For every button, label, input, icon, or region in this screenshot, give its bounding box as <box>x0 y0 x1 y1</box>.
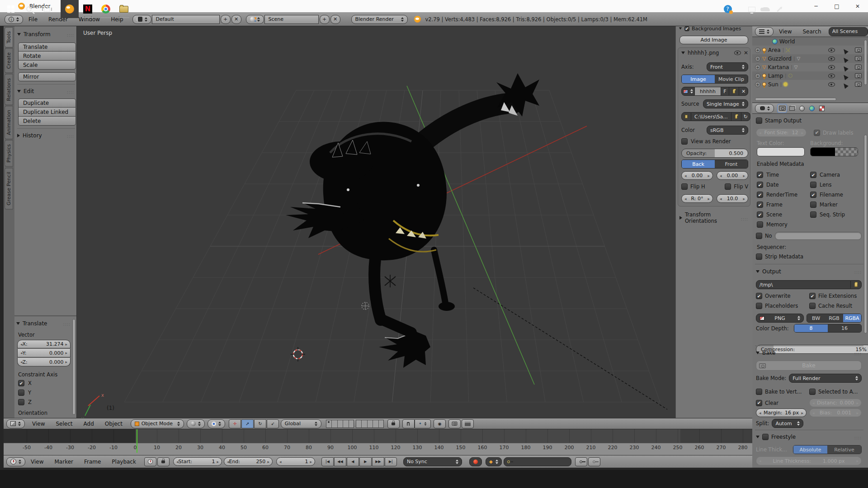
note-row[interactable]: No <box>756 232 862 240</box>
checkbox[interactable] <box>757 221 763 228</box>
layer-grid-1[interactable] <box>326 420 354 428</box>
record-button[interactable] <box>469 457 482 466</box>
delete-scene-button[interactable]: ✕ <box>330 15 340 24</box>
taskbar-explorer-app[interactable] <box>115 0 133 18</box>
insert-keyframe-button[interactable] <box>575 457 587 466</box>
image-entry-header[interactable]: hhhhh}.png ✕ <box>681 50 748 56</box>
play-reverse-button[interactable]: ◀ <box>347 457 359 466</box>
channels-toggle[interactable]: BWRGBRGBA <box>807 314 862 323</box>
current-frame-field[interactable]: ◂1▸ <box>276 457 315 466</box>
constraint-y-row[interactable]: Y <box>18 389 31 396</box>
screen-layout-name[interactable]: Default <box>152 15 220 24</box>
taskbar-chrome-app[interactable] <box>97 0 115 18</box>
metadata-toggle-camera[interactable]: ✔Camera <box>810 172 840 178</box>
outliner-editor-selector[interactable] <box>755 27 774 36</box>
note-field[interactable] <box>775 232 862 240</box>
checkbox[interactable] <box>810 211 816 218</box>
placeholders-toggle[interactable]: Placeholders <box>756 303 807 309</box>
onedrive-cloud-icon[interactable] <box>762 7 770 11</box>
selected-to-active-toggle[interactable]: Selected to A... <box>809 389 858 395</box>
duplicate-button[interactable]: Duplicate <box>18 99 76 108</box>
axis-dropdown[interactable]: Front <box>707 62 748 71</box>
checkbox[interactable] <box>810 202 816 208</box>
background-color-swatch[interactable] <box>810 147 858 156</box>
task-view-button[interactable] <box>38 0 56 18</box>
metadata-toggle-memory[interactable]: Memory <box>757 221 810 228</box>
taskbar-blender-app[interactable] <box>61 0 79 18</box>
view-as-render-row[interactable]: View as Render <box>681 138 731 145</box>
checkbox[interactable]: ✔ <box>810 192 816 198</box>
renderable-icon[interactable] <box>855 47 862 52</box>
renderable-icon[interactable] <box>855 73 862 78</box>
minimize-button[interactable]: ─ <box>806 0 826 13</box>
render-opengl-button[interactable] <box>448 419 461 428</box>
checkbox[interactable]: ✔ <box>810 172 816 178</box>
metadata-toggle-scene[interactable]: ✔Scene <box>757 211 810 218</box>
outliner-row-lamp[interactable]: + Lamp| <box>752 71 868 80</box>
edit-panel-header[interactable]: Edit <box>17 87 74 95</box>
thickness-mode-toggle[interactable]: AbsoluteRelative <box>793 445 862 454</box>
tab-render[interactable] <box>778 104 787 113</box>
color-depth-toggle[interactable]: 816 <box>794 324 862 333</box>
rotation-field[interactable]: ◂R: 0°▸ <box>681 194 713 203</box>
active-keying-set-field[interactable] <box>504 457 571 466</box>
overwrite-toggle[interactable]: ✔Overwrite <box>756 293 807 299</box>
transform-panel-header[interactable]: Transform <box>17 30 74 38</box>
timeline-ruler[interactable]: -50-40-30-20-100102030405060708090100110… <box>4 443 752 453</box>
history-panel-header[interactable]: History <box>17 131 74 140</box>
offset-y-field[interactable]: ◂0.00▸ <box>717 171 748 180</box>
translate-button[interactable]: Translate <box>18 42 76 52</box>
scene-icon-button[interactable] <box>246 15 264 24</box>
delete-button[interactable]: Delete <box>18 117 76 126</box>
jump-to-start-button[interactable]: |◀ <box>321 457 334 466</box>
transform-orientations-header[interactable]: Transform Orientations <box>679 211 748 224</box>
metadata-toggle-frame[interactable]: ✔Frame <box>757 202 810 208</box>
outliner-scope-dropdown[interactable]: All Scenes <box>829 27 868 36</box>
scene-name[interactable]: Scene <box>264 15 319 24</box>
image-movieclip-toggle[interactable]: ImageMovie Clip <box>681 75 748 84</box>
outliner-row-sun[interactable]: + Sun| <box>752 80 868 89</box>
taskbar-search-button[interactable] <box>20 0 38 18</box>
eye-icon[interactable] <box>734 51 741 55</box>
snap-toggle-button[interactable] <box>402 419 415 428</box>
play-button[interactable]: ▶ <box>359 457 372 466</box>
stamp-output-row[interactable]: Stamp Output <box>756 117 862 124</box>
tab-scene[interactable] <box>797 104 807 113</box>
delete-layout-button[interactable]: ✕ <box>231 15 241 24</box>
browse-path-button[interactable] <box>731 112 741 121</box>
constraint-z-row[interactable]: Z <box>18 399 32 405</box>
properties-scrollbar[interactable] <box>864 135 867 333</box>
help-tray-icon[interactable]: ? <box>724 5 732 13</box>
outliner-menu-search[interactable]: Search <box>797 28 826 35</box>
metadata-toggle-filename[interactable]: ✔Filename <box>810 192 843 198</box>
output-path-field[interactable]: /tmp\ <box>756 280 851 289</box>
add-scene-button[interactable]: + <box>320 15 330 24</box>
frame-start-field[interactable]: ◂Start:1▸ <box>173 457 222 466</box>
prev-keyframe-button[interactable]: ◀◀ <box>334 457 346 466</box>
vector-x-field[interactable]: ◂X:31.274▸ <box>17 340 71 348</box>
output-browse-button[interactable] <box>851 280 862 289</box>
opacity-slider[interactable]: Opacity:0.500 <box>681 149 748 158</box>
hide-icon[interactable] <box>828 82 835 87</box>
layer-grid-2[interactable] <box>356 420 384 428</box>
flip-h-toggle[interactable]: Flip H <box>681 183 705 190</box>
tab-world[interactable] <box>807 104 816 113</box>
open-image-button[interactable] <box>729 87 739 96</box>
outliner-row-world[interactable]: World <box>752 37 868 46</box>
unlink-image-button[interactable]: ✕ <box>739 87 748 96</box>
selectable-icon[interactable] <box>840 80 849 89</box>
checkbox[interactable] <box>810 182 816 188</box>
vector-z-field[interactable]: ◂Z:0.000▸ <box>17 358 71 366</box>
checkbox[interactable]: ✔ <box>757 211 763 218</box>
vp-menu-select[interactable]: Select <box>50 421 78 427</box>
close-button[interactable]: ✕ <box>847 0 868 13</box>
delete-keyframe-button[interactable] <box>588 457 600 466</box>
metadata-toggle-date[interactable]: ✔Date <box>757 182 810 188</box>
tab-tools[interactable]: Tools <box>5 27 13 47</box>
cache-result-toggle[interactable]: Cache Result <box>809 303 852 309</box>
selectable-icon[interactable] <box>840 46 849 54</box>
tl-menu-playback[interactable]: Playback <box>106 459 142 465</box>
image-browse-dropdown[interactable] <box>681 87 695 96</box>
use-preview-range-button[interactable] <box>144 457 156 466</box>
selectable-icon[interactable] <box>840 63 849 71</box>
